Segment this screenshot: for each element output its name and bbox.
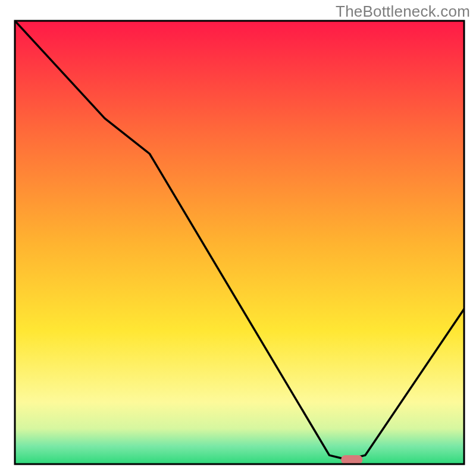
optimal-marker (341, 455, 362, 464)
watermark-text: TheBottleneck.com (336, 2, 470, 21)
gradient-background (15, 21, 464, 464)
chart-container: TheBottleneck.com (0, 0, 476, 476)
chart-svg (0, 0, 476, 476)
